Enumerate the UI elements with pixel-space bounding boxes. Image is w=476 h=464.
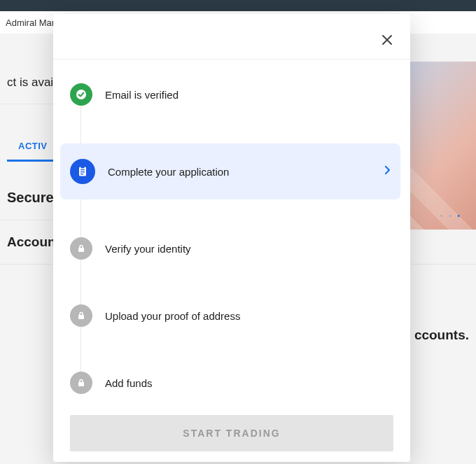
step-label: Upload your proof of address bbox=[105, 310, 240, 322]
svg-rect-2 bbox=[81, 167, 85, 169]
svg-rect-4 bbox=[80, 171, 85, 172]
step-proof-of-address: Upload your proof of address bbox=[70, 297, 393, 334]
lock-icon bbox=[70, 237, 92, 260]
divider bbox=[53, 59, 410, 59]
svg-rect-6 bbox=[78, 248, 84, 252]
svg-rect-8 bbox=[78, 382, 84, 386]
lock-icon bbox=[70, 372, 92, 394]
close-icon[interactable] bbox=[381, 34, 393, 46]
carousel-dots[interactable]: • • • bbox=[440, 212, 462, 220]
step-label: Verify your identity bbox=[105, 243, 191, 255]
step-label: Add funds bbox=[105, 377, 153, 389]
check-circle-icon bbox=[70, 83, 92, 106]
step-verify-identity: Verify your identity bbox=[70, 230, 393, 267]
brand-name: Admiral Mar bbox=[6, 17, 55, 28]
svg-rect-5 bbox=[80, 174, 83, 174]
lock-icon bbox=[70, 304, 92, 327]
step-email-verified: Email is verified bbox=[70, 76, 393, 113]
hero-image bbox=[399, 62, 476, 230]
step-complete-application[interactable]: Complete your application bbox=[60, 143, 400, 199]
onboarding-steps: Email is verified Complete your applicat… bbox=[70, 76, 393, 401]
step-add-funds: Add funds bbox=[70, 365, 393, 401]
bg-text-right: ccounts. bbox=[414, 328, 469, 343]
svg-rect-7 bbox=[78, 315, 84, 319]
start-trading-button[interactable]: START TRADING bbox=[70, 415, 393, 451]
window-chrome bbox=[0, 0, 476, 11]
onboarding-modal: Email is verified Complete your applicat… bbox=[53, 14, 410, 462]
clipboard-icon bbox=[70, 159, 95, 184]
svg-rect-3 bbox=[80, 169, 85, 170]
step-label: Email is verified bbox=[105, 89, 178, 101]
chevron-right-icon bbox=[384, 165, 391, 178]
step-label: Complete your application bbox=[108, 166, 229, 178]
